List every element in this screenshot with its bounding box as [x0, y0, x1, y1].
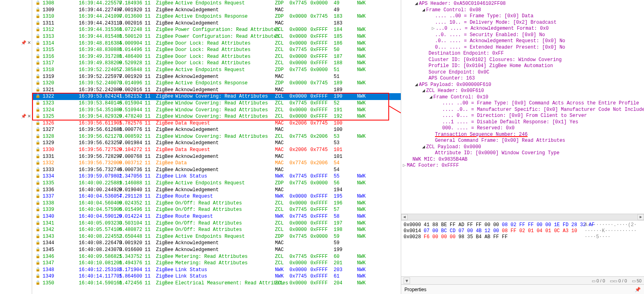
packet-row[interactable]: 🔒132416:39:54.3510890.51094411ZigBeeWind…	[32, 107, 401, 114]
tree-item[interactable]: General Command Frame: [0x00] Read Attri…	[435, 138, 565, 143]
packet-row[interactable]: 🔒131316:39:44.8154810.50012011ZigBeePowe…	[32, 33, 401, 40]
col-nwk	[357, 160, 373, 167]
aps-header[interactable]: APS Header: 0xA50C01046102FF08	[419, 1, 506, 6]
col-delta: 0.002016	[119, 87, 145, 94]
packet-row[interactable]: 🔒132116:39:52.2420890.00201611ZigBeeAckn…	[32, 87, 401, 94]
tree-item[interactable]: Destination Endpoint: 0xFF	[429, 51, 504, 56]
dropdown-icon[interactable]: ▼	[404, 278, 410, 284]
packet-row[interactable]: 🔒132316:39:53.8401450.01590411ZigBeeWind…	[32, 100, 401, 107]
packet-row[interactable]: 🔒131216:39:44.3153610.07224811ZigBeePowe…	[32, 27, 401, 33]
packet-row[interactable]: 🔒131616:39:49.3172810.48640011ZigBeeDoor…	[32, 53, 401, 60]
packet-row[interactable]: 🔒134516:40:08.2430730.01660011ZigBeeAckn…	[32, 247, 401, 253]
packet-row[interactable]: 🔒133616:40:00.2449290.01904011ZigBeeAckn…	[32, 187, 401, 194]
tree-item[interactable]: Cluster ID: [0x0102] Closures: Window Co…	[429, 57, 562, 63]
packet-row[interactable]: 🔒134716:40:10.0812010.49437611ZigBeeMete…	[32, 260, 401, 267]
zcl-header[interactable]: ZCL Header: 0x00F610	[426, 88, 484, 94]
packet-row[interactable]: 🔒131916:39:52.2259770.00192011ZigBeeAckn…	[32, 74, 401, 80]
hex-row[interactable]: 0x0028F6 00 00 00 98 35 B4 AB FF FF ····…	[404, 234, 642, 240]
col-nwk: NWK	[357, 206, 373, 213]
tree-item[interactable]: Attribute ID: [0x0000] Window Covering T…	[435, 150, 560, 156]
packet-row[interactable]: 🔒132016:39:52.2400730.01409611ZigBeeActi…	[32, 80, 401, 87]
tree-item[interactable]: .... ..00 = Frame Type: [0x0] Data	[435, 13, 533, 19]
packet-row[interactable]: 🔒130916:39:44.2274970.00192011ZigBeeAckn…	[32, 7, 401, 14]
col-info: Active Endpoints Request	[175, 0, 275, 7]
scroll-right-icon[interactable]: ▶	[638, 214, 644, 220]
packet-row[interactable]: 🔒134316:40:08.2245532.65044811ZigBeeActi…	[32, 233, 401, 240]
packet-row[interactable]: 🔒131416:39:48.8163854.00090411ZigBeeDoor…	[32, 40, 401, 47]
packet-row[interactable]: 🔒134116:40:05.0932330.50310411ZigBeeOn/O…	[32, 220, 401, 227]
packet-row[interactable]: 🔒132716:39:56.6126810.00077611ZigBeeAckn…	[32, 127, 401, 133]
packet-row[interactable]: 🔒133316:39:56.7327450.00073611ZigBeeAckn…	[32, 167, 401, 174]
packet-list-pane[interactable]: 🔒130816:39:44.2255770.18493611ZigBeeActi…	[32, 0, 401, 294]
col-layer: NWK	[275, 193, 289, 200]
lock-icon: 🔒	[35, 33, 43, 40]
packet-row[interactable]: 🔒132816:39:56.6212730.00859211ZigBeeWind…	[32, 133, 401, 140]
packet-row[interactable]: 🔒133916:40:04.5759050.01549611ZigBeeOn/O…	[32, 206, 401, 213]
hex-row[interactable]: 0x000041 88 BE FF AD FF FF 00 00 08 02 F…	[404, 222, 642, 228]
horizontal-scrollbar[interactable]: ◀ ▶	[401, 214, 644, 220]
frame-control[interactable]: Frame Control: 0x08	[426, 7, 481, 13]
tree-item[interactable]: .... 0... = Direction: [0x0] From Client…	[442, 113, 587, 118]
packet-row[interactable]: 🔒134016:40:04.5901290.01422411ZigBeeRout…	[32, 213, 401, 220]
tree-item[interactable]: ...1 .... = Disable Default Response: [0…	[442, 119, 578, 125]
pin-icon[interactable]: 📌	[21, 114, 27, 119]
packet-row[interactable]: 🔒133116:39:56.7282970.00076811ZigBeeAckn…	[32, 153, 401, 160]
tree-item[interactable]: .... .0.. = Manufacturer Specific: [0x0]…	[442, 107, 644, 112]
tree-item[interactable]: Profile ID: [0x0104] ZigBee Home Automat…	[429, 63, 553, 69]
packet-row[interactable]: 🔒134916:40:14.1177051.86460011ZigBeeLink…	[32, 273, 401, 280]
packet-row[interactable]: 🔒134616:40:09.5868251.34375211ZigBeeMete…	[32, 253, 401, 260]
packet-row[interactable]: 🔒133016:39:56.7275290.10427211ZigBeeData…	[32, 147, 401, 153]
packet-row[interactable]: 🔒133216:39:56.7320090.00371211ZigBeeData…	[32, 160, 401, 167]
packet-row[interactable]: 🔒134816:40:12.2531052.17190411ZigBeeLink…	[32, 267, 401, 274]
pin-icon[interactable]: 📌	[635, 287, 641, 292]
tree-item[interactable]: .0.. .... = Acknowledgement Request: [0x…	[435, 38, 565, 44]
packet-row[interactable]: 🔒134416:40:08.2264730.00192011ZigBeeAckn…	[32, 240, 401, 247]
packet-row[interactable]: 🔒133416:39:59.0798012.34705611ZigBeeLink…	[32, 173, 401, 180]
packet-row[interactable]: 🔒132216:39:53.8242411.58215211ZigBeeWind…	[32, 93, 401, 100]
col-protocol: ZigBee	[156, 33, 175, 40]
scroll-left-icon[interactable]: ◀	[401, 214, 408, 220]
close-icon[interactable]: ✕	[27, 114, 31, 119]
scroll-track[interactable]	[408, 214, 638, 220]
packet-row[interactable]: 🔒133516:40:00.2258891.14608811ZigBeeActi…	[32, 180, 401, 187]
col-protocol: ZigBee	[156, 260, 175, 267]
packet-row[interactable]: 🔒130816:39:44.2255770.18493611ZigBeeActi…	[32, 0, 401, 7]
packet-row[interactable]: 🔒133816:40:04.5604090.02435211ZigBeeOn/O…	[32, 200, 401, 207]
packet-row[interactable]: 🔒133716:40:04.5360574.29112811ZigBeeRout…	[32, 193, 401, 200]
tree-item[interactable]: .... ..00 = Frame Type: [0x0] Command Ac…	[442, 100, 639, 106]
mac-footer[interactable]: MAC Footer: 0xFFFF	[407, 163, 459, 168]
tree-item[interactable]: ..0. .... = Security Enabled: [0x0] No	[435, 32, 545, 38]
col-time: 16:39:44.241097	[79, 13, 119, 20]
close-icon[interactable]: ✕	[27, 40, 31, 45]
tree-item[interactable]: APS Counter: 163	[429, 76, 475, 81]
aps-payload[interactable]: APS Payload: 0x000000F610	[419, 82, 491, 88]
hex-row[interactable]: 0x001407 00 BC CD 07 00 4B 12 00 08 FF 0…	[404, 228, 642, 234]
packet-row[interactable]: 🔒132616:39:56.6119051.78257611ZigBeeData…	[32, 120, 401, 127]
packet-row[interactable]: 🔒132916:39:56.6232570.00198411ZigBeeAckn…	[32, 140, 401, 147]
tree-item[interactable]: ...0 .... = Acknowledgement Format: 0x0	[436, 26, 549, 31]
packet-tree[interactable]: ◢APS Header: 0xA50C01046102FF08 ◢Frame C…	[401, 0, 644, 214]
packet-row[interactable]: 🔒131516:39:48.8308810.01449611ZigBeeDoor…	[32, 47, 401, 53]
packet-row[interactable]: 🔒131016:39:44.2410970.01360011ZigBeeActi…	[32, 13, 401, 20]
zcl-frame-control[interactable]: Frame Control: 0x10	[433, 94, 488, 100]
tree-item[interactable]: 000. .... = Reserved: 0x0	[442, 125, 515, 131]
packet-row[interactable]: 🔒134216:40:05.5741050.48087211ZigBeeOn/O…	[32, 227, 401, 233]
tree-item[interactable]: Source Endpoint: 0x0C	[429, 69, 489, 75]
zcl-payload[interactable]: ZCL Payload: 0x0000	[426, 144, 481, 150]
hex-dump-pane[interactable]: 0x000041 88 BE FF AD FF FF 00 00 08 02 F…	[401, 220, 644, 276]
packet-row[interactable]: 🔒131816:39:52.2240572.38584811ZigBeeActi…	[32, 67, 401, 74]
properties-header[interactable]: Properties 📌	[401, 284, 644, 294]
packet-row[interactable]: 🔒132516:39:54.8293290.47824011ZigBeeWind…	[32, 113, 401, 120]
packet-row[interactable]: 🔒135016:40:14.5901610.47245611ZigBeeElec…	[32, 280, 401, 287]
packet-row[interactable]: 🔒131716:39:49.8382090.52092811ZigBeeDoor…	[32, 60, 401, 67]
tree-item[interactable]: 0... .... = Extended Header Present: [0x…	[435, 45, 565, 50]
col-nwk: NWK	[357, 193, 373, 200]
packet-row[interactable]: 🔒131116:39:44.2431130.00201611ZigBeeAckn…	[32, 20, 401, 27]
transaction-sequence-number[interactable]: Transaction Sequence Number: 246	[435, 132, 527, 137]
pin-icon[interactable]: 📌	[21, 40, 27, 45]
nwk-mic[interactable]: NWK MIC: 0x9835B4AB	[412, 157, 468, 162]
tree-item[interactable]: .... 10.. = Delivery Mode: [0x2] Broadca…	[435, 20, 556, 25]
col-no: 1349	[43, 273, 79, 280]
col-seq: 61	[334, 273, 357, 280]
col-layer: MAC	[275, 20, 289, 27]
